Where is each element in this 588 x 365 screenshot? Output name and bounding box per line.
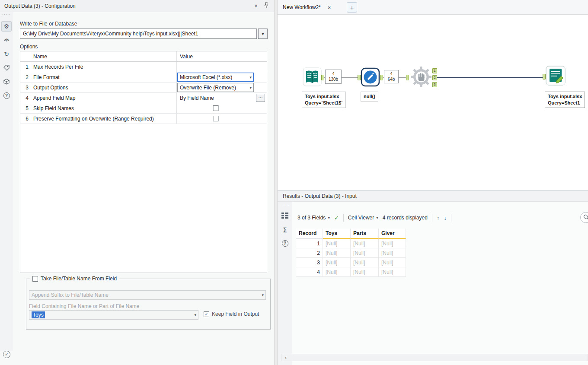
workspace-area: New Workflow2* × + 4 130b: [278, 0, 588, 365]
pin-icon[interactable]: [264, 2, 269, 10]
input-output-anchor[interactable]: [321, 75, 324, 80]
results-header: Results - Output Data (3) - Input: [278, 190, 588, 202]
results-title: Results - Output Data (3) - Input: [283, 193, 357, 199]
table-row: 2 [Null] [Null] [Null]: [296, 248, 406, 258]
formula-tool[interactable]: [361, 67, 380, 87]
config-panel-title: Output Data (3) - Configuration: [0, 3, 76, 9]
keep-field-label: Keep Field in Output: [212, 311, 259, 317]
panel-splitter[interactable]: [274, 0, 278, 365]
option-row-output-options: 3 Output Options Overwrite File (Remove)…: [20, 83, 267, 93]
file-path-dropdown-button[interactable]: ▾: [258, 29, 268, 39]
separator: [432, 214, 432, 222]
drag-handle[interactable]: ·····: [281, 203, 290, 207]
column-header-toys[interactable]: Toys: [323, 229, 351, 239]
close-icon[interactable]: ×: [328, 4, 331, 11]
sigma-icon[interactable]: ∑: [281, 225, 289, 234]
help-icon[interactable]: ?: [281, 239, 289, 248]
apply-check-icon[interactable]: ✓: [334, 215, 339, 221]
chevron-down-icon: ▾: [376, 216, 378, 220]
skip-field-names-checkbox[interactable]: [213, 105, 219, 111]
package-icon[interactable]: [2, 77, 11, 86]
search-icon: [583, 214, 588, 221]
preserve-formatting-checkbox[interactable]: [213, 116, 219, 121]
results-panel: Results - Output Data (3) - Input ····· …: [278, 190, 588, 365]
option-row-skip-field-names: 5 Skip Field Names: [20, 103, 267, 114]
drag-handle[interactable]: ·····: [2, 12, 11, 16]
search-input[interactable]: [580, 212, 588, 223]
results-toolbar: 3 of 3 Fields ▾ ✓ Cell Viewer ▾ 4 record…: [292, 210, 588, 225]
record-size-annotation[interactable]: 4 130b: [325, 70, 342, 84]
new-tab-button[interactable]: +: [347, 2, 357, 13]
table-view-icon[interactable]: [281, 211, 289, 220]
results-grid: Record Toys Parts Giver 1 [Null] [Null] …: [296, 229, 406, 277]
file-path-input[interactable]: [20, 29, 257, 39]
horizontal-scrollbar[interactable]: ‹: [281, 354, 588, 361]
option-row-max-records: 1 Max Records Per File: [20, 62, 267, 72]
column-header-name[interactable]: Name: [31, 51, 177, 61]
suffix-mode-select[interactable]: Append Suffix to File/Table Name ▾: [29, 290, 266, 300]
separator: [451, 214, 451, 222]
tag-icon[interactable]: [2, 63, 11, 73]
chevron-down-icon: ▾: [194, 313, 196, 317]
input-tool-annotation[interactable]: Toys input.xlsx Query=`Sheet1$`: [302, 92, 346, 108]
file-format-select[interactable]: Microsoft Excel (*.xlsx) ▾: [177, 73, 254, 82]
fields-dropdown[interactable]: 3 of 3 Fields ▾: [297, 215, 330, 221]
connection-block-output[interactable]: [437, 77, 543, 78]
chevron-down-icon: ▾: [262, 293, 264, 297]
table-row: 4 [Null] [Null] [Null]: [296, 267, 406, 277]
config-panel-titlebar: Output Data (3) - Configuration ∨: [0, 0, 274, 12]
code-icon[interactable]: </>: [2, 35, 11, 45]
column-header-giver[interactable]: Giver: [379, 229, 406, 239]
record-size-annotation[interactable]: 4 64b: [384, 70, 399, 83]
output-tool-annotation[interactable]: Toys input.xlsx Query=Sheet1: [545, 92, 585, 108]
scroll-left-icon[interactable]: ‹: [281, 355, 290, 361]
up-arrow-icon[interactable]: ↑: [437, 215, 440, 221]
column-header-value[interactable]: Value: [177, 51, 255, 61]
column-header-parts[interactable]: Parts: [351, 229, 379, 239]
formula-tool-annotation[interactable]: null(): [361, 92, 378, 102]
output-input-anchor[interactable]: [543, 74, 546, 79]
take-file-name-checkbox[interactable]: [32, 276, 38, 282]
write-to-file-label: Write to File or Database: [20, 21, 77, 27]
column-header-record[interactable]: Record: [296, 229, 323, 239]
input-data-tool[interactable]: [303, 67, 322, 86]
output-options-select[interactable]: Overwrite File (Remove) ▾: [177, 83, 254, 92]
formula-input-anchor[interactable]: [358, 75, 361, 80]
block-until-done-tool[interactable]: [410, 66, 432, 88]
tab-title: New Workflow2*: [283, 4, 321, 10]
help-icon[interactable]: ?: [2, 91, 11, 100]
config-tool-strip: ····· ⚙ </> ↻ ?: [0, 12, 13, 351]
block-output-anchor-1[interactable]: 1: [432, 68, 437, 73]
gear-icon[interactable]: ⚙: [2, 22, 11, 31]
block-output-anchor-2[interactable]: 2: [432, 75, 437, 80]
check-circle-icon[interactable]: ✓: [3, 351, 10, 358]
output-data-tool[interactable]: [546, 66, 566, 86]
keep-field-checkbox[interactable]: ✓: [204, 311, 209, 317]
take-file-name-groupbox: Take File/Table Name From Field Append S…: [26, 279, 271, 330]
tab-new-workflow2[interactable]: New Workflow2* ×: [278, 0, 336, 15]
separator: [343, 214, 344, 222]
options-table: Name Value 1 Max Records Per File 2 File…: [20, 51, 267, 273]
results-tool-strip: ····· ∑ ?: [278, 202, 292, 365]
workflow-canvas[interactable]: 4 130b 4 64b: [278, 15, 588, 190]
chevron-down-icon: ▾: [249, 75, 252, 79]
option-row-append-field-map: 4 Append Field Map By Field Name ...: [20, 93, 267, 103]
chevron-down-icon: ▾: [328, 216, 330, 220]
table-row: 3 [Null] [Null] [Null]: [296, 258, 406, 267]
option-row-file-format: 2 File Format Microsoft Excel (*.xlsx) ▾: [20, 72, 267, 83]
sync-icon[interactable]: ↻: [2, 49, 11, 59]
collapse-chevron-icon[interactable]: ∨: [254, 3, 258, 9]
options-table-header: Name Value: [20, 51, 267, 62]
take-file-name-label: Take File/Table Name From Field: [41, 276, 117, 282]
block-input-anchor[interactable]: [406, 75, 409, 80]
max-records-input[interactable]: [177, 62, 255, 72]
field-name-select[interactable]: Toys ▾: [29, 310, 198, 320]
options-label: Options: [20, 44, 38, 50]
selected-field-value: Toys: [32, 311, 45, 318]
formula-output-anchor[interactable]: [380, 75, 383, 80]
results-grid-header: Record Toys Parts Giver: [296, 229, 406, 239]
down-arrow-icon[interactable]: ↓: [444, 215, 447, 221]
append-field-map-browse-button[interactable]: ...: [256, 94, 265, 102]
block-output-anchor-3[interactable]: 3: [432, 82, 437, 87]
cell-viewer-dropdown[interactable]: Cell Viewer ▾: [348, 215, 378, 221]
